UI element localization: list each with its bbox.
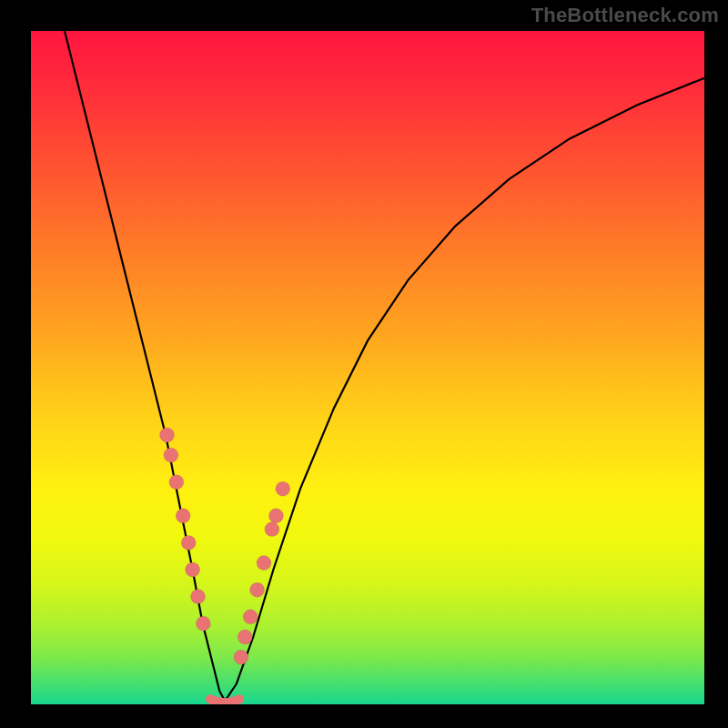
marker-dot	[191, 590, 206, 604]
marker-dot	[265, 522, 279, 537]
marker-dots-right	[234, 481, 290, 664]
bottleneck-curve-svg	[31, 31, 704, 704]
watermark-text: TheBottleneck.com	[531, 4, 719, 27]
chart-frame: TheBottleneck.com	[0, 0, 728, 728]
plot-area	[31, 31, 704, 704]
marker-dot	[250, 582, 265, 597]
marker-dot	[186, 562, 200, 577]
marker-dot	[196, 616, 210, 631]
marker-dot	[234, 650, 248, 664]
marker-dot	[257, 556, 271, 571]
marker-dot	[276, 481, 290, 496]
bottleneck-curve	[65, 31, 704, 701]
marker-dot	[238, 630, 252, 644]
marker-dot	[268, 509, 283, 523]
marker-dot	[164, 448, 178, 462]
marker-dot	[176, 509, 190, 523]
marker-dot	[243, 610, 258, 624]
marker-dot	[169, 475, 184, 490]
marker-dot	[181, 535, 196, 550]
minimum-marker	[210, 699, 239, 703]
marker-dot	[160, 428, 175, 442]
